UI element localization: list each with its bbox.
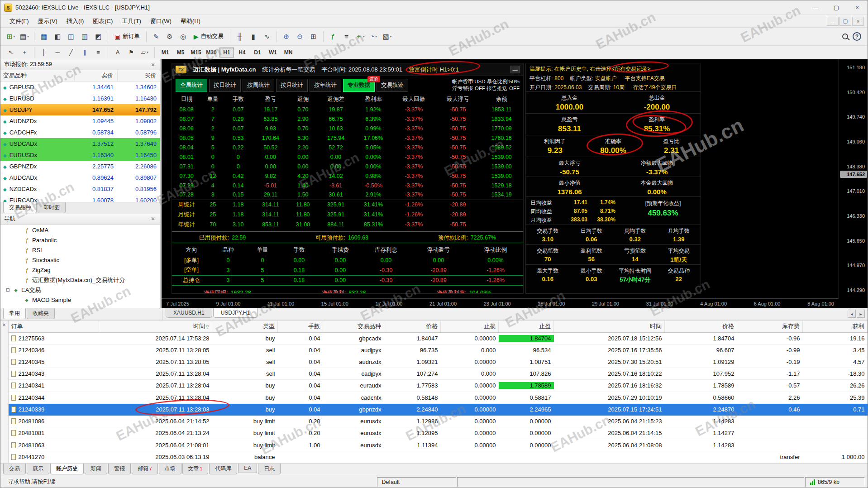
close-button[interactable]: ×	[847, 0, 868, 14]
timeframe-m1-button[interactable]: M1	[158, 48, 172, 57]
trendline-button[interactable]: ╱	[64, 47, 78, 58]
mdi-close-button[interactable]: ×	[852, 17, 864, 26]
tab-tick-chart[interactable]: 即时图	[38, 202, 66, 213]
column-symbol[interactable]: 交易品种	[323, 321, 384, 332]
chart-tab-xauusd[interactable]: XAUUSD,H1	[166, 308, 212, 318]
terminal-tab[interactable]: 市场	[159, 464, 181, 474]
navigator-item[interactable]: ƒ Parabolic	[0, 235, 160, 245]
history-row[interactable]: 21240341 2025.07.11 13:28:04 buy 0.04 eu…	[9, 380, 868, 392]
fullscreen-button[interactable]: ◎	[176, 30, 190, 43]
close-icon[interactable]: ×	[149, 61, 157, 68]
terminal-close-strip[interactable]: ×	[0, 321, 9, 463]
autotrading-button[interactable]: ▶自动交易	[190, 30, 227, 43]
tab-common[interactable]: 常用	[3, 308, 26, 319]
indicators-button[interactable]: ƒ	[326, 30, 340, 43]
stats-tab[interactable]: 按月统计	[276, 79, 308, 92]
menu-tools[interactable]: 工具(T)	[117, 15, 146, 27]
terminal-tab[interactable]: EA	[238, 464, 257, 473]
history-row[interactable]: 21240345 2025.07.11 13:28:05 sell 0.04 a…	[9, 356, 868, 368]
menu-insert[interactable]: 插入(I)	[62, 15, 88, 27]
menu-window[interactable]: 窗口(W)	[146, 15, 176, 27]
shapes-button[interactable]: ▱▾	[138, 47, 152, 58]
stats-tab[interactable]: 按年统计	[310, 79, 341, 92]
channel-button[interactable]: ∥	[78, 47, 91, 58]
column-profit[interactable]: 获利	[803, 321, 868, 332]
tab-symbols[interactable]: 交易品种	[3, 202, 37, 213]
history-row[interactable]: 21240344 2025.07.11 13:28:04 buy 0.04 ca…	[9, 392, 868, 403]
market-watch-row[interactable]: ◆AUDCADx 0.89624 0.89807	[0, 172, 160, 183]
options-button[interactable]: ⚙	[163, 30, 176, 43]
periods-button[interactable]: ◔▾	[367, 30, 381, 43]
expand-icon[interactable]: ⊟	[6, 287, 12, 292]
menu-charts[interactable]: 图表(C)	[88, 15, 117, 27]
timeframe-m15-button[interactable]: M15	[189, 48, 203, 57]
column-bid[interactable]: 卖价	[74, 70, 117, 81]
stats-tab[interactable]: 按周统计	[243, 79, 274, 92]
arrow-label-button[interactable]: ⚑	[124, 47, 138, 58]
market-watch-row[interactable]: ◆AUDNZDx 1.09445 1.09802	[0, 115, 160, 127]
navigator-button[interactable]: ◫	[64, 30, 78, 43]
add-indicator-button[interactable]: ＋▾	[353, 30, 367, 43]
candlestick-chart-button[interactable]: ▮	[247, 30, 260, 43]
new-chart-button[interactable]: ⊞▾	[4, 30, 18, 43]
column-swap[interactable]: 库存费	[737, 321, 803, 332]
column-open-price[interactable]: 价格	[384, 321, 441, 332]
time-axis[interactable]: 7 Jul 20259 Jul 01:0011 Jul 01:0015 Jul …	[162, 298, 839, 308]
chart-area[interactable]: FX 迈汇数据 | MyfxData.cn 统计分析每一笔交易 平台时间: 20…	[162, 59, 868, 308]
column-type[interactable]: 类型	[212, 321, 278, 332]
column-sl[interactable]: 止损	[441, 321, 499, 332]
chart-tab-usdjpy[interactable]: USDJPY,H1	[213, 308, 258, 318]
timeframe-h1-button[interactable]: H1	[219, 48, 234, 57]
history-row[interactable]: 21240346 2025.07.11 13:28:05 sell 0.04 a…	[9, 344, 868, 356]
data-window-button[interactable]: ◧	[51, 30, 64, 43]
vertical-line-button[interactable]: │	[37, 47, 51, 58]
terminal-tab[interactable]: 警报	[108, 464, 131, 474]
timeframe-w1-button[interactable]: W1	[266, 48, 280, 57]
history-row[interactable]: 20441270 2025.06.03 06:13:19 balance tra…	[9, 451, 868, 463]
terminal-tab[interactable]: 展示	[27, 464, 49, 474]
stats-tab[interactable]: 按日统计	[209, 79, 241, 92]
history-row[interactable]: 20481063 2025.06.04 21:08:01 buy limit 1…	[9, 439, 868, 451]
market-watch-row[interactable]: ◆EURUSDx 1.16340 1.16450	[0, 149, 160, 161]
terminal-tab[interactable]: 代码库	[209, 464, 237, 474]
tile-windows-button[interactable]: ⊞	[307, 30, 320, 43]
zoom-out-button[interactable]: ⊖	[293, 30, 307, 43]
menu-view[interactable]: 显示(V)	[33, 15, 62, 27]
terminal-tab[interactable]: 新闻	[85, 464, 107, 474]
column-ask[interactable]: 买价	[117, 70, 160, 81]
profiles-button[interactable]: ▤▾	[18, 30, 31, 43]
stats-minimize-button[interactable]: —	[510, 66, 520, 73]
bar-chart-button[interactable]: ╫	[233, 30, 247, 43]
column-close-price[interactable]: 价格	[665, 321, 737, 332]
timeframe-h4-button[interactable]: H4	[235, 48, 249, 57]
market-watch-row[interactable]: ◆EURCADx 1.60078 1.60200	[0, 195, 160, 202]
navigator-item[interactable]: ◆ MACD Sample	[0, 295, 160, 305]
column-close-time[interactable]: 时间	[554, 321, 665, 332]
menu-help[interactable]: 帮助(H)	[176, 15, 205, 27]
line-chart-button[interactable]: ∿	[260, 30, 274, 43]
terminal-button[interactable]: ▥	[78, 30, 91, 43]
history-row[interactable]: 20481081 2025.06.04 21:13:24 buy limit 0…	[9, 427, 868, 439]
cursor-tool-button[interactable]: ↖	[4, 47, 18, 58]
strategy-tester-button[interactable]: ◩	[91, 30, 105, 43]
market-watch-row[interactable]: ◆CADCHFx 0.58734 0.58796	[0, 127, 160, 138]
market-watch-row[interactable]: ◆NZDCADx 0.81837 0.81956	[0, 183, 160, 195]
navigator-item[interactable]: ƒ Stochastic	[0, 255, 160, 265]
timeframe-m5-button[interactable]: M5	[173, 48, 188, 57]
market-watch-row[interactable]: ◆USDJPY 147.652 147.792	[0, 104, 160, 115]
market-watch-button[interactable]: ▦	[37, 30, 51, 43]
fibonacci-button[interactable]: ≡	[91, 47, 105, 58]
horizontal-line-button[interactable]: ─	[51, 47, 64, 58]
terminal-tab[interactable]: 邮箱7	[132, 464, 158, 474]
stats-tab[interactable]: 交易轨迹	[377, 79, 408, 92]
navigator-item[interactable]: ƒ 迈汇数据(MyfxData.cn)_交易统计分	[0, 275, 160, 285]
timeframe-mn-button[interactable]: MN	[281, 48, 296, 57]
navigator-item[interactable]: ƒ ZigZag	[0, 265, 160, 275]
tab-favorites[interactable]: 收藏夹	[27, 308, 55, 319]
terminal-tab[interactable]: 账户历史	[50, 464, 84, 474]
mdi-restore-button[interactable]: ▢	[839, 17, 851, 26]
navigator-item[interactable]: ƒ RSI	[0, 245, 160, 255]
timeframe-m30-button[interactable]: M30	[204, 48, 219, 57]
text-tool-button[interactable]: A	[111, 47, 124, 58]
help-icon[interactable]: ?	[853, 32, 861, 41]
